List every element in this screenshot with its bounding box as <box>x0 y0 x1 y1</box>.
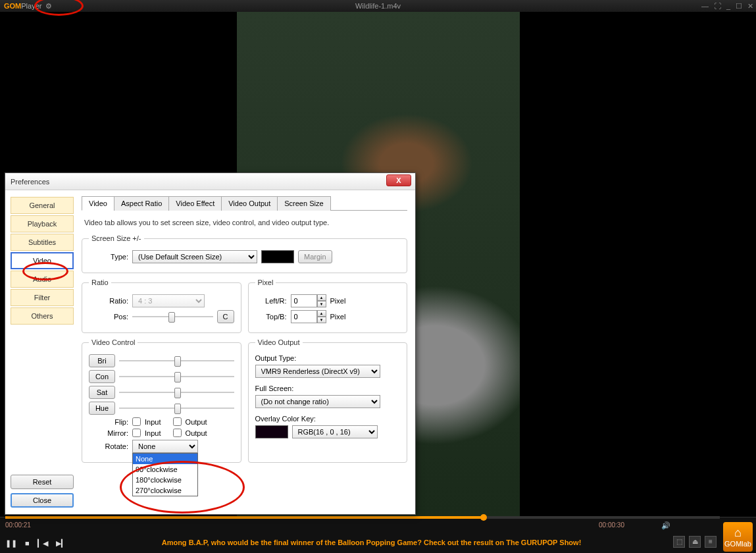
fullscreen-icon[interactable]: ⛶ <box>714 2 721 11</box>
cat-video[interactable]: Video <box>11 252 74 269</box>
playback-controls: ❚❚ ■ ▎◀ ▶▎ <box>5 539 66 548</box>
tab-video-effect[interactable]: Video Effect <box>168 196 222 211</box>
cat-filter[interactable]: Filter <box>11 289 74 306</box>
video-control-legend: Video Control <box>89 338 138 346</box>
type-select[interactable]: (Use Default Screen Size) <box>132 250 257 263</box>
screen-size-legend: Screen Size +/- <box>89 234 144 242</box>
hue-button[interactable]: Hue <box>89 402 115 415</box>
time-current: 00:00:21 <box>5 521 31 529</box>
mirror-label: Mirror: <box>89 429 128 437</box>
volume-icon[interactable]: 🔊 <box>661 521 670 530</box>
pos-center-button[interactable]: C <box>217 310 234 323</box>
ratio-select[interactable]: 4 : 3 <box>132 294 205 307</box>
rotate-option[interactable]: 180°clockwise <box>133 475 197 485</box>
tab-screen-size[interactable]: Screen Size <box>277 196 330 211</box>
cat-playback[interactable]: Playback <box>11 215 74 232</box>
minimize-icon[interactable]: _ <box>726 2 730 11</box>
pixel-unit1: Pixel <box>330 297 346 305</box>
dialog-titlebar: Preferences X <box>5 173 415 190</box>
overlay-label: Overlay Color Key: <box>255 415 401 423</box>
flip-input-check[interactable] <box>132 417 141 426</box>
cat-others[interactable]: Others <box>11 307 74 325</box>
dialog-title: Preferences <box>11 178 49 186</box>
tab-aspect-ratio[interactable]: Aspect Ratio <box>114 196 169 211</box>
flip-input-lbl: Input <box>145 418 161 426</box>
marquee-text: Among B.A.P, who would be the final winn… <box>86 539 657 546</box>
sat-slider[interactable] <box>119 386 234 398</box>
pause-button[interactable]: ❚❚ <box>5 539 17 548</box>
bri-button[interactable]: Bri <box>89 354 115 367</box>
video-control-group: Video Control Bri Con Sat Hue Flip:Input… <box>82 338 241 463</box>
right-buttons: ⬚ ⏏ ≡ <box>673 536 717 548</box>
dialog-close-button[interactable]: X <box>386 174 411 186</box>
gear-icon[interactable]: ⚙ <box>45 2 52 11</box>
tab-description: Video tab allows you to set screen size,… <box>84 219 405 226</box>
cat-general[interactable]: General <box>11 197 74 214</box>
maximize-icon[interactable]: ☐ <box>736 2 742 11</box>
reset-button[interactable]: Reset <box>11 475 74 489</box>
rotate-option[interactable]: 90°clockwise <box>133 464 197 475</box>
prev-button[interactable]: ▎◀ <box>38 539 48 548</box>
min-icon[interactable]: — <box>701 2 709 11</box>
cat-subtitles[interactable]: Subtitles <box>11 234 74 251</box>
hue-slider[interactable] <box>119 402 234 414</box>
output-type-label: Output Type: <box>255 354 401 362</box>
pos-slider[interactable] <box>132 311 213 323</box>
rotate-option[interactable]: 270°clockwise <box>133 485 197 496</box>
margin-button[interactable]: Margin <box>298 250 332 263</box>
flip-output-check[interactable] <box>173 417 182 426</box>
mirror-input-check[interactable] <box>132 429 141 437</box>
flip-output-lbl: Output <box>186 418 207 426</box>
control-panel-button[interactable]: ⬚ <box>673 536 685 548</box>
home-button[interactable]: ⌂ GOMlab <box>723 522 753 552</box>
mirror-input-lbl: Input <box>145 429 161 437</box>
type-label: Type: <box>89 253 128 261</box>
next-button[interactable]: ▶▎ <box>56 539 66 548</box>
pixel-unit2: Pixel <box>330 313 346 321</box>
tab-strip: Video Aspect Ratio Video Effect Video Ou… <box>82 196 407 211</box>
bri-slider[interactable] <box>119 355 234 367</box>
con-slider[interactable] <box>119 371 234 382</box>
output-type-select[interactable]: VMR9 Renderless (DirectX v9) <box>255 365 380 378</box>
rotate-label: Rotate: <box>89 442 128 450</box>
window-title: Wildlife-1.m4v <box>355 2 401 10</box>
mirror-output-check[interactable] <box>173 429 182 437</box>
screen-size-group: Screen Size +/- Type: (Use Default Scree… <box>82 234 407 273</box>
fullscreen-label: Full Screen: <box>255 384 401 392</box>
top-label: Top/B: <box>255 313 287 321</box>
tab-video[interactable]: Video <box>82 196 114 211</box>
top-spinner[interactable]: ▲▼ <box>291 310 326 323</box>
fullscreen-select[interactable]: (Do not change ratio) <box>255 395 380 408</box>
pos-label: Pos: <box>89 313 128 321</box>
left-spinner[interactable]: ▲▼ <box>291 294 326 307</box>
home-label: GOMlab <box>724 540 751 548</box>
rotate-dropdown: None90°clockwise180°clockwise270°clockwi… <box>132 453 198 496</box>
con-button[interactable]: Con <box>89 370 115 383</box>
rotate-option[interactable]: None <box>133 454 197 464</box>
bottom-bar: 00:00:21 00:00:30 🔊 ❚❚ ■ ▎◀ ▶▎ Among B.A… <box>0 517 756 553</box>
preferences-dialog: Preferences X General Playback Subtitles… <box>5 172 416 515</box>
app-logo: GOM <box>4 2 21 10</box>
menu-button[interactable]: ≡ <box>705 536 717 548</box>
overlay-swatch[interactable] <box>255 425 288 438</box>
eject-button[interactable]: ⏏ <box>689 536 701 548</box>
close-button[interactable]: Close <box>11 493 74 508</box>
overlay-select[interactable]: RGB(16 , 0 , 16) <box>292 425 378 438</box>
time-total: 00:00:30 <box>599 521 624 529</box>
window-buttons: — ⛶ _ ☐ ✕ <box>701 2 753 11</box>
rotate-select[interactable]: None <box>132 440 198 453</box>
tab-video-output[interactable]: Video Output <box>221 196 278 211</box>
stop-button[interactable]: ■ <box>25 539 30 548</box>
close-icon[interactable]: ✕ <box>747 2 753 11</box>
ratio-legend: Ratio <box>89 278 111 286</box>
sat-button[interactable]: Sat <box>89 386 115 399</box>
ratio-group: Ratio Ratio: 4 : 3 Pos: C <box>82 278 241 333</box>
video-output-legend: Video Output <box>255 338 303 346</box>
mirror-output-lbl: Output <box>186 429 207 437</box>
type-swatch[interactable] <box>261 250 294 263</box>
cat-audio[interactable]: Audio <box>11 271 74 288</box>
titlebar: GOMPlayer ⚙ Wildlife-1.m4v — ⛶ _ ☐ ✕ <box>0 0 756 12</box>
seek-bar[interactable] <box>5 516 720 519</box>
flip-label: Flip: <box>89 418 128 426</box>
app-logo-suffix: Player <box>21 2 41 10</box>
